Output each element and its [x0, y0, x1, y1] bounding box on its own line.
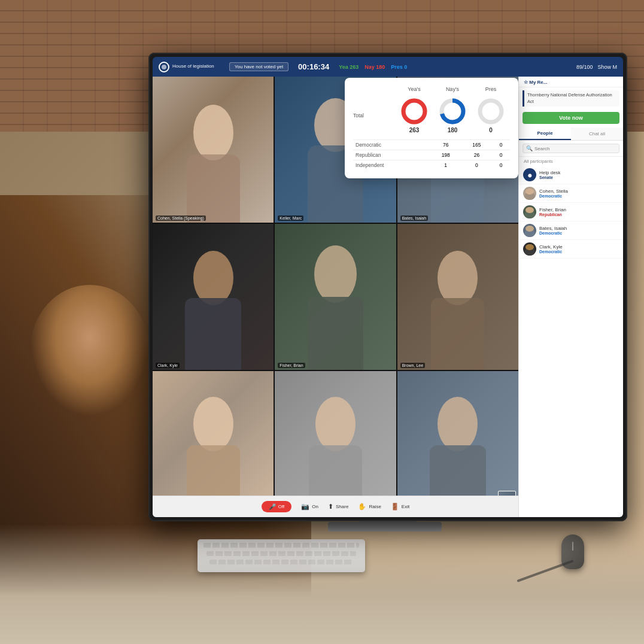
ind-nay: 0: [461, 160, 493, 171]
participant-info-fisher: Fisher, Brian Republican: [539, 207, 566, 217]
participant-name-clark: Clark, Kyle: [539, 244, 563, 250]
pres-chart: 0: [472, 97, 510, 133]
logo-area: House of legislation: [159, 62, 224, 72]
vote-overlay: Yea's Nay's Pres Total 26: [345, 78, 518, 178]
avatar-clark: [523, 242, 536, 256]
right-panel: ☆ My Re... Thornberry National Defense A…: [518, 77, 623, 517]
dem-pres: 0: [492, 140, 510, 150]
participant-name-cohen: Cohen, Stella: [539, 189, 568, 194]
yea-count-label: Yea 263: [339, 64, 359, 70]
tab-chat[interactable]: Chat all: [571, 127, 623, 140]
nay-count-label: Nay 180: [364, 64, 385, 70]
monitor-base: [328, 522, 442, 531]
svg-point-4: [480, 101, 502, 122]
share-button[interactable]: ⬆ Share: [328, 503, 348, 511]
participant-info-helpdesk: Help desk Senate: [539, 170, 561, 180]
bottom-controls: 🎤 Off 📷 On ⬆ Share ✋: [153, 496, 518, 517]
camera-icon: 📷: [301, 503, 309, 511]
my-rec-title: ☆ My Re...: [524, 80, 618, 85]
vote-table: Democratic 76 165 0 Republican 198 26 0: [353, 139, 510, 170]
person-head: [30, 285, 150, 417]
cell-name-brown: Brown, Lee: [400, 363, 425, 368]
participant-item-helpdesk[interactable]: ⬤ Help desk Senate: [519, 166, 623, 184]
participant-info-cohen: Cohen, Stella Democratic: [539, 189, 568, 198]
bill-text: Thornberry National Defense Authorizatio…: [527, 92, 616, 105]
pres-total-num: 0: [489, 127, 493, 133]
participant-list: ⬤ Help desk Senate: [519, 166, 623, 517]
cell-name-clark: Clark, Kyle: [156, 363, 180, 368]
screen: House of legislation You have not voted …: [153, 57, 623, 517]
vote-status: You have not voted yet: [229, 62, 288, 71]
mic-off-button[interactable]: 🎤 Off: [262, 501, 292, 512]
participant-party-cohen: Democratic: [539, 194, 568, 198]
participant-item-bates[interactable]: Bates, Isaiah Democratic: [519, 221, 623, 240]
participant-item-cohen[interactable]: Cohen, Stella Democratic: [519, 184, 623, 203]
rep-label: Republican: [353, 150, 430, 160]
session-timer: 00:16:34: [298, 62, 329, 71]
participant-name-helpdesk: Help desk: [539, 170, 561, 175]
pres-count-label: Pres 0: [391, 64, 407, 70]
top-bar: House of legislation You have not voted …: [153, 57, 623, 77]
participant-party-clark: Democratic: [539, 250, 563, 254]
nay-total-num: 180: [448, 127, 458, 133]
avatar-helpdesk: ⬤: [523, 168, 536, 181]
dem-nay: 165: [461, 140, 493, 150]
participant-party-fisher: Republican: [539, 212, 566, 217]
cell-name-cohen: Cohen, Stella (Speaking): [156, 215, 206, 221]
participant-party-bates: Democratic: [539, 231, 567, 235]
keyboard: [198, 539, 365, 572]
col-pres-header: Pres: [472, 86, 510, 92]
avatar-fisher: [523, 205, 536, 218]
vote-row-independent: Independent 1 0 0: [353, 160, 510, 171]
dem-yea: 76: [430, 140, 461, 150]
participant-name-bates: Bates, Isaiah: [539, 226, 567, 231]
search-wrapper[interactable]: 🔍: [523, 144, 619, 153]
participant-party-helpdesk: Senate: [539, 175, 561, 180]
col-nay-header: Nay's: [433, 86, 472, 92]
raise-button[interactable]: ✋ Raise: [358, 503, 381, 511]
avatar-bates: [523, 224, 536, 237]
col-yea-header: Yea's: [395, 86, 433, 92]
search-input[interactable]: [534, 146, 616, 151]
vote-now-button[interactable]: Vote now: [523, 112, 619, 124]
dem-label: Democratic: [353, 140, 430, 150]
camera-button[interactable]: 📷 On: [301, 503, 318, 511]
show-members-button[interactable]: Show M: [597, 64, 617, 70]
video-cell-clark: Clark, Kyle: [153, 224, 274, 370]
panel-tabs: People Chat all: [519, 127, 623, 141]
nay-chart: 180: [433, 97, 472, 133]
yea-total-num: 263: [409, 127, 420, 133]
yea-chart: 263: [395, 97, 433, 133]
participant-item-fisher[interactable]: Fisher, Brian Republican: [519, 203, 623, 221]
video-cell-cohen: Cohen, Stella (Speaking): [153, 77, 274, 223]
bill-info: Thornberry National Defense Authorizatio…: [523, 90, 619, 107]
raise-icon: ✋: [358, 503, 366, 511]
vote-row-democratic: Democratic 76 165 0: [353, 140, 510, 150]
logo-icon: [159, 62, 169, 72]
vote-row-republican: Republican 198 26 0: [353, 150, 510, 160]
my-rec-section: ☆ My Re...: [519, 77, 623, 87]
avatar-cohen: [523, 187, 536, 200]
exit-button[interactable]: 🚪 Exit: [391, 503, 409, 511]
rep-pres: 0: [492, 150, 510, 160]
participant-name-fisher: Fisher, Brian: [539, 207, 566, 212]
cell-name-bates: Bates, Isaiah: [400, 215, 428, 221]
mic-off-icon: 🎤: [269, 503, 276, 510]
cell-name-fisher: Fisher, Brian: [278, 363, 305, 368]
search-area: 🔍: [519, 141, 623, 157]
vote-overlay-header: Yea's Nay's Pres: [353, 86, 510, 92]
participant-item-clark[interactable]: Clark, Kyle Democratic: [519, 240, 623, 259]
total-label: Total: [353, 113, 395, 119]
background: House of legislation You have not voted …: [0, 0, 644, 644]
participants-label: All participants: [519, 157, 623, 166]
main-content: Cohen, Stella (Speaking) Keller, Marc: [153, 77, 623, 517]
rep-nay: 26: [461, 150, 493, 160]
participant-info-clark: Clark, Kyle Democratic: [539, 244, 563, 254]
rep-yea: 198: [430, 150, 461, 160]
logo-text: House of legislation: [172, 63, 214, 69]
participant-info-bates: Bates, Isaiah Democratic: [539, 226, 567, 235]
vote-counts: Yea 263 Nay 180 Pres 0: [339, 64, 407, 70]
svg-point-1: [403, 101, 425, 122]
tab-people[interactable]: People: [519, 127, 571, 140]
vote-charts-row: Total 263: [353, 97, 510, 133]
